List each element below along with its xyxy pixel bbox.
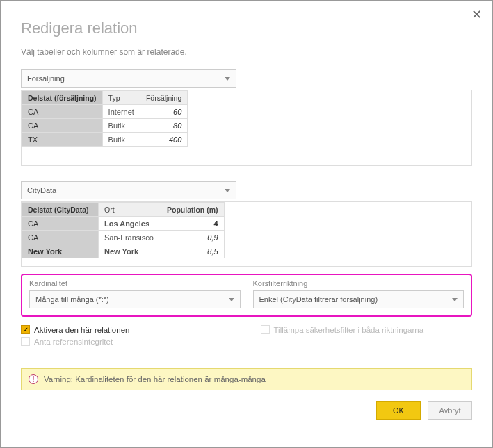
chevron-down-icon — [452, 298, 458, 301]
table-header-row: Delstat (CityData) Ort Population (m) — [22, 203, 225, 217]
dialog-title: Redigera relation — [21, 19, 472, 38]
cardinality-label: Kardinalitet — [29, 279, 241, 288]
col-header[interactable]: Population (m) — [161, 203, 225, 217]
dialog-subtitle: Välj tabeller och kolumner som är relate… — [21, 47, 472, 57]
table1-grid: Delstat (försäljning) Typ Försäljning CA… — [22, 90, 188, 147]
crossfilter-label: Korsfilterriktning — [253, 279, 464, 288]
table2-preview: Delstat (CityData) Ort Population (m) CA… — [21, 201, 472, 267]
checkbox-icon — [21, 337, 30, 346]
table-row: TX Butik 400 — [22, 133, 188, 147]
table-row: CA Internet 60 — [22, 105, 188, 119]
col-header[interactable]: Ort — [99, 203, 161, 217]
table-row: New York New York 8,5 — [22, 244, 225, 258]
referential-integrity-checkbox: Anta referensintegritet — [21, 337, 233, 346]
col-header[interactable]: Delstat (CityData) — [22, 203, 99, 217]
chevron-down-icon — [225, 189, 230, 192]
crossfilter-value: Enkel (CityData filtrerar försäljning) — [259, 295, 378, 304]
table-row: CA San-Fransisco 0,9 — [22, 231, 225, 244]
warning-icon: ! — [29, 374, 38, 384]
chevron-down-icon — [229, 298, 234, 301]
checkbox-icon: ✓ — [21, 325, 30, 334]
cardinality-value: Många till många (*:*) — [35, 295, 109, 304]
table2-select-value: CityData — [27, 186, 56, 194]
table1-select[interactable]: Försäljning — [21, 69, 236, 88]
cardinality-warning: ! Varning: Kardinaliteten för den här re… — [21, 368, 472, 390]
ok-button[interactable]: OK — [376, 401, 421, 420]
table-header-row: Delstat (försäljning) Typ Försäljning — [22, 91, 188, 105]
checkbox-icon — [261, 325, 270, 334]
table2-select[interactable]: CityData — [21, 181, 236, 199]
options-row: ✓ Aktivera den här relationen Anta refer… — [21, 322, 472, 349]
edit-relationship-dialog: ✕ Redigera relation Välj tabeller och ko… — [1, 1, 492, 447]
warning-text: Varning: Kardinaliteten för den här rela… — [44, 375, 266, 383]
activate-relationship-checkbox[interactable]: ✓ Aktivera den här relationen — [21, 325, 233, 334]
cancel-button[interactable]: Avbryt — [428, 401, 472, 420]
cardinality-select[interactable]: Många till många (*:*) — [29, 290, 241, 308]
table2-grid: Delstat (CityData) Ort Population (m) CA… — [22, 202, 225, 258]
close-button[interactable]: ✕ — [471, 8, 482, 21]
col-header[interactable]: Försäljning — [140, 91, 187, 105]
col-header[interactable]: Typ — [102, 91, 140, 105]
crossfilter-select[interactable]: Enkel (CityData filtrerar försäljning) — [253, 290, 464, 308]
table-row: CA Butik 80 — [22, 119, 188, 133]
security-filter-checkbox: Tillämpa säkerhetsfilter i båda riktning… — [261, 325, 473, 334]
table1-preview: Delstat (försäljning) Typ Försäljning CA… — [21, 90, 472, 166]
relationship-settings-highlight: Kardinalitet Många till många (*:*) Kors… — [21, 274, 472, 317]
col-header[interactable]: Delstat (försäljning) — [22, 91, 103, 105]
chevron-down-icon — [225, 77, 230, 81]
table-row: CA Los Angeles 4 — [22, 217, 225, 231]
dialog-buttons: OK Avbryt — [21, 401, 472, 420]
table1-select-value: Försäljning — [27, 74, 65, 83]
